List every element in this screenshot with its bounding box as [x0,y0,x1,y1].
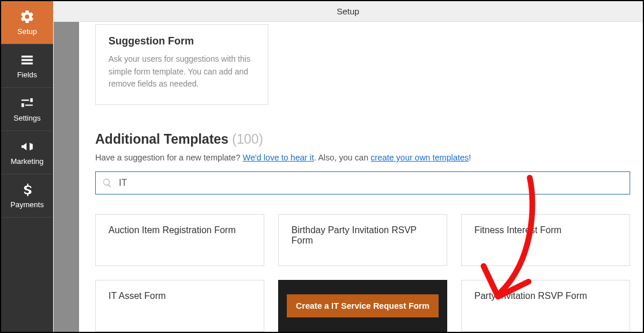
feedback-link[interactable]: We'd love to hear it [243,153,314,162]
sidebar-item-marketing[interactable]: Marketing [1,131,53,174]
sidebar-item-setup[interactable]: Setup [1,1,53,44]
sidebar-item-payments[interactable]: Payments [1,174,53,218]
search-row [95,171,630,194]
svg-rect-2 [21,62,33,64]
subtext-part: . Also, you can [314,153,370,162]
sidebar-item-label: Marketing [10,157,43,166]
topbar: Setup [53,1,643,22]
svg-rect-0 [21,55,33,57]
bullhorn-icon [20,139,35,154]
sidebar: Setup Fields Settings Marketing Payments [1,1,53,332]
search-icon [102,178,113,188]
sidebar-item-label: Payments [10,200,44,209]
gray-gutter [54,22,79,332]
content: Suggestion Form Ask your users for sugge… [53,22,643,332]
section-subtext: Have a suggestion for a new template? We… [95,153,630,162]
section-title-text: Additional Templates [95,132,229,147]
page: Setup Suggestion Form Ask your users for… [53,1,643,332]
template-card-party[interactable]: Party Invitation RSVP Form [461,280,630,332]
list-icon [20,53,35,68]
template-grid: Auction Item Registration Form Birthday … [95,214,630,332]
template-card-fitness[interactable]: Fitness Interest Form [461,214,630,266]
template-card-birthday[interactable]: Birthday Party Invitation RSVP Form [278,214,447,266]
sidebar-item-label: Settings [14,114,41,122]
sidebar-item-settings[interactable]: Settings [1,88,53,131]
card-desc: Ask your users for suggestions with this… [108,53,255,91]
sidebar-item-label: Setup [17,27,37,36]
section-title: Additional Templates (100) [95,132,630,147]
subtext-part: Have a suggestion for a new template? [95,153,243,162]
template-label: Birthday Party Invitation RSVP Form [291,225,434,246]
gear-icon [20,9,35,24]
template-card-it-service[interactable]: Create a IT Service Request Form [278,280,447,332]
dollar-icon [20,182,35,197]
page-title: Setup [336,6,359,16]
template-label: Fitness Interest Form [474,225,561,235]
subtext-part: ! [469,153,471,162]
create-own-link[interactable]: create your own templates [370,153,469,162]
template-count: (100) [232,132,263,147]
sidebar-item-fields[interactable]: Fields [1,44,53,88]
sliders-icon [20,96,35,111]
template-label: Party Invitation RSVP Form [474,291,587,301]
template-label: IT Asset Form [108,291,166,301]
template-card-auction[interactable]: Auction Item Registration Form [95,214,264,266]
sidebar-item-label: Fields [17,70,38,79]
create-it-service-button[interactable]: Create a IT Service Request Form [287,294,439,317]
svg-rect-1 [21,59,33,61]
template-label: Auction Item Registration Form [108,225,236,235]
suggestion-form-card[interactable]: Suggestion Form Ask your users for sugge… [95,24,268,105]
card-title: Suggestion Form [108,35,255,47]
template-card-it-asset[interactable]: IT Asset Form [95,280,264,332]
search-input[interactable] [95,171,630,194]
